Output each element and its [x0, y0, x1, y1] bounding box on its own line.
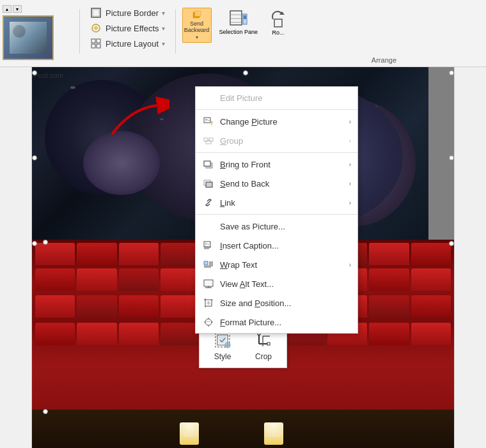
- ctx-wrap-text-arrow: ›: [349, 261, 351, 268]
- selection-handle-mr[interactable]: [449, 155, 454, 160]
- ctx-view-alt-text[interactable]: View Alt Text...: [196, 274, 357, 293]
- left-sidebar: [0, 67, 32, 448]
- ctx-size-position-label: Size and Position...: [220, 298, 351, 308]
- ctx-wrap-text-label: Wrap Text: [220, 260, 349, 270]
- svg-rect-7: [97, 44, 100, 48]
- svg-rect-15: [244, 15, 246, 19]
- ribbon-separator-2: [175, 9, 176, 54]
- selection-pane-icon: [228, 9, 249, 29]
- ctx-group[interactable]: Group ›: [196, 131, 357, 150]
- svg-rect-17: [274, 19, 282, 27]
- main-content-area: Edit Picture Change Picture ›: [0, 67, 486, 448]
- send-backward-dropdown[interactable]: ▾: [196, 35, 198, 41]
- style-label: Style: [214, 352, 231, 361]
- ctx-bring-to-front-arrow: ›: [349, 161, 351, 168]
- ctx-size-and-position[interactable]: Size and Position...: [196, 293, 357, 313]
- ctx-bring-to-front-icon: [202, 158, 215, 171]
- svg-rect-34: [204, 261, 208, 265]
- arrange-group-label: Arrange: [372, 56, 396, 64]
- nav-up-button[interactable]: ▲: [3, 5, 12, 13]
- picture-border-arrow: ▾: [162, 10, 165, 17]
- svg-rect-26: [204, 161, 210, 166]
- ctx-save-as-picture-label: Save as Picture...: [220, 222, 351, 231]
- ctx-edit-picture-label: Edit Picture: [220, 93, 351, 103]
- ctx-group-icon: [202, 134, 215, 147]
- send-backward-icon: [188, 10, 206, 20]
- ctx-save-as-picture[interactable]: Save as Picture...: [196, 217, 357, 236]
- selection-handle-cinema-bottom[interactable]: [43, 409, 48, 414]
- right-sidebar: [454, 67, 486, 448]
- svg-rect-28: [206, 182, 212, 187]
- ctx-send-to-back-label: Send to Back: [220, 179, 349, 189]
- rotate-label: Ro...: [272, 29, 285, 36]
- svg-line-29: [207, 201, 210, 204]
- picture-effects-icon: [90, 22, 102, 34]
- ctx-change-picture-icon: [202, 115, 215, 128]
- ctx-send-to-back[interactable]: Send to Back ›: [196, 174, 357, 193]
- red-arrow-annotation: [106, 96, 169, 143]
- picture-border-label: Picture Border: [106, 8, 159, 18]
- ctx-format-picture-icon: [202, 316, 215, 328]
- ctx-bring-to-front-label: Bring to Front: [220, 160, 349, 169]
- ctx-change-picture[interactable]: Change Picture ›: [196, 112, 357, 131]
- context-menu: Edit Picture Change Picture ›: [195, 86, 358, 334]
- selection-handle-br[interactable]: [449, 241, 454, 246]
- svg-rect-6: [91, 44, 95, 48]
- picture-effects-arrow: ▾: [162, 25, 165, 32]
- crop-label: Crop: [255, 352, 272, 361]
- ctx-edit-picture[interactable]: Edit Picture: [196, 88, 357, 107]
- ctx-sep-3: [196, 214, 357, 215]
- selection-handle-tm[interactable]: [243, 70, 248, 75]
- ctx-insert-caption-label: Insert Caption...: [220, 241, 351, 251]
- ctx-sep-1: [196, 109, 357, 110]
- send-backward-button[interactable]: SendBackward ▾: [182, 8, 212, 43]
- picture-effects-button[interactable]: Picture Effects ▾: [86, 20, 169, 36]
- svg-rect-59: [219, 336, 226, 344]
- ctx-link-label: Link: [220, 198, 349, 208]
- ctx-change-picture-arrow: ›: [349, 118, 351, 125]
- thumbnail-item[interactable]: [3, 15, 54, 60]
- nav-down-button[interactable]: ▼: [13, 5, 22, 13]
- ctx-sep-2: [196, 152, 357, 153]
- ctx-change-picture-label: Change Picture: [220, 117, 349, 127]
- selection-handle-cinema-left[interactable]: [43, 240, 48, 245]
- svg-rect-5: [97, 39, 100, 43]
- ctx-send-to-back-icon: [202, 177, 215, 190]
- ctx-link-arrow: ›: [349, 199, 351, 206]
- svg-point-20: [205, 119, 207, 120]
- ctx-link-icon: [202, 196, 215, 209]
- svg-rect-9: [194, 11, 200, 16]
- picture-layout-arrow: ▾: [162, 40, 165, 47]
- send-backward-label: SendBackward: [184, 21, 210, 34]
- ctx-group-label: Group: [220, 136, 349, 146]
- svg-point-31: [205, 243, 207, 244]
- selection-handle-bl[interactable]: [32, 241, 37, 246]
- ctx-link[interactable]: Link ›: [196, 193, 357, 212]
- selection-handle-tr[interactable]: [449, 70, 454, 75]
- svg-rect-40: [204, 280, 213, 286]
- ctx-send-to-back-arrow: ›: [349, 180, 351, 187]
- svg-point-52: [205, 319, 212, 325]
- svg-rect-10: [230, 11, 242, 25]
- selection-handle-tl[interactable]: [32, 70, 37, 75]
- picture-layout-label: Picture Layout: [106, 39, 159, 49]
- ctx-save-as-picture-icon: [202, 220, 215, 233]
- ribbon: ▲ ▼ Picture Border ▾: [0, 0, 486, 67]
- picture-border-button[interactable]: Picture Border ▾: [86, 5, 169, 20]
- picture-options-group: Picture Border ▾ Picture Effects ▾: [82, 3, 173, 54]
- picture-layout-button[interactable]: Picture Layout ▾: [86, 36, 169, 51]
- svg-rect-68: [267, 343, 270, 345]
- ctx-wrap-text-icon: [202, 258, 215, 271]
- svg-rect-4: [91, 39, 95, 43]
- rotate-button[interactable]: Ro...: [264, 6, 292, 38]
- picture-effects-label: Picture Effects: [106, 24, 159, 33]
- ctx-format-picture[interactable]: Format Picture...: [196, 313, 357, 332]
- selection-handle-ml[interactable]: [32, 155, 37, 160]
- ctx-edit-picture-icon: [202, 91, 215, 104]
- selection-pane-button[interactable]: Selection Pane: [214, 6, 263, 38]
- ctx-insert-caption[interactable]: Insert Caption...: [196, 236, 357, 255]
- selection-pane-label: Selection Pane: [219, 29, 258, 36]
- ctx-insert-caption-icon: [202, 239, 215, 252]
- ctx-bring-to-front[interactable]: Bring to Front ›: [196, 155, 357, 174]
- ctx-wrap-text[interactable]: Wrap Text ›: [196, 255, 357, 274]
